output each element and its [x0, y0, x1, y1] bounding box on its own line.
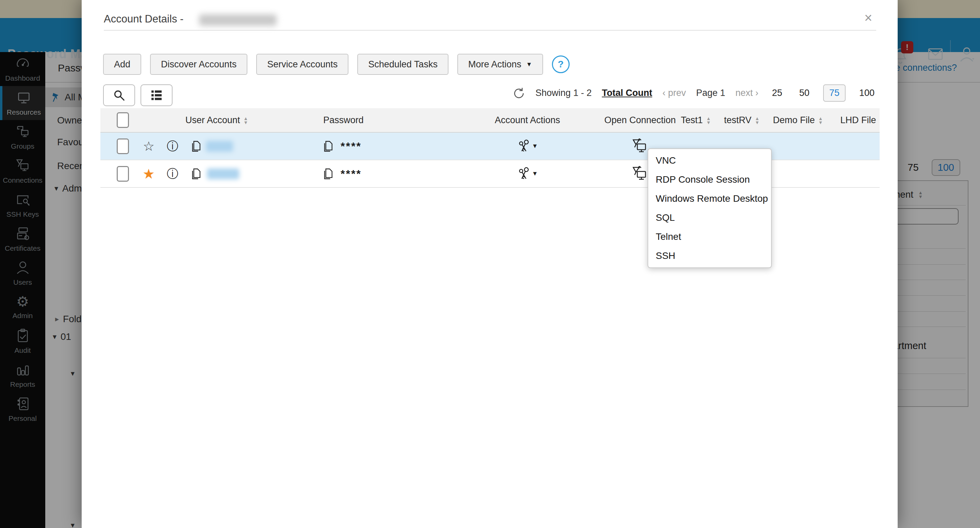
column-testrv[interactable]: testRV ▲▼ [724, 115, 759, 126]
modal-title: Account Details - [104, 13, 183, 25]
sort-icon: ▲▼ [755, 116, 759, 124]
sort-icon: ▲▼ [706, 116, 711, 124]
copy-password-icon[interactable] [321, 140, 334, 153]
open-connection-icon[interactable] [632, 166, 648, 182]
menu-item-telnet[interactable]: Telnet [648, 227, 771, 246]
menu-item-rdp-console[interactable]: RDP Console Session [648, 170, 771, 189]
discover-accounts-button[interactable]: Discover Accounts [150, 54, 247, 75]
info-icon[interactable]: ⓘ [167, 138, 178, 154]
prev-button[interactable]: ‹ prev [662, 88, 686, 98]
favorite-star-icon[interactable]: ★ [143, 166, 155, 182]
service-accounts-button[interactable]: Service Accounts [256, 54, 348, 75]
sort-icon: ▲▼ [243, 116, 248, 124]
account-actions-menu[interactable]: ▼ [517, 166, 538, 181]
more-actions-button[interactable]: More Actions ▼ [457, 54, 543, 75]
password-mask: **** [340, 167, 362, 180]
search-icon [112, 89, 126, 102]
column-password: Password [323, 115, 364, 126]
menu-item-ssh[interactable]: SSH [648, 246, 771, 266]
add-button[interactable]: Add [103, 54, 141, 75]
search-button[interactable] [103, 84, 135, 106]
column-lhd-file: LHD File [840, 115, 876, 126]
page-size-75-selected[interactable]: 75 [823, 84, 846, 102]
menu-item-windows-remote-desktop[interactable]: Windows Remote Desktop [648, 189, 771, 208]
menu-item-sql[interactable]: SQL [648, 208, 771, 227]
scheduled-tasks-button[interactable]: Scheduled Tasks [357, 54, 449, 75]
showing-count: Showing 1 - 2 [536, 88, 592, 98]
menu-item-vnc[interactable]: VNC [648, 151, 771, 170]
total-count-link[interactable]: Total Count [602, 88, 652, 98]
column-account-actions: Account Actions [495, 115, 560, 126]
row-checkbox[interactable] [117, 138, 129, 154]
username-redacted [206, 141, 233, 152]
row-checkbox[interactable] [117, 166, 129, 182]
column-user-account[interactable]: User Account ▲▼ [185, 115, 248, 126]
next-button[interactable]: next › [735, 88, 759, 98]
column-test1[interactable]: Test1 ▲▼ [681, 115, 711, 126]
screen: { "colors": { "accent_blue": "#1d96d3", … [0, 0, 980, 528]
connection-type-dropdown: VNC RDP Console Session Windows Remote D… [648, 148, 772, 268]
info-icon[interactable]: ⓘ [167, 166, 178, 182]
username-redacted [207, 169, 239, 179]
keys-icon [517, 139, 531, 154]
page-size-100[interactable]: 100 [856, 85, 878, 101]
refresh-icon[interactable] [512, 87, 525, 100]
copy-username-icon[interactable] [189, 140, 202, 153]
page-size-50[interactable]: 50 [796, 85, 813, 101]
favorite-star-icon[interactable]: ☆ [143, 139, 154, 154]
table-header-row: User Account ▲▼ Password Account Actions… [100, 108, 880, 133]
copy-username-icon[interactable] [189, 167, 202, 181]
sort-icon: ▲▼ [818, 116, 823, 124]
open-connection-icon[interactable] [632, 138, 648, 154]
page-indicator: Page 1 [696, 88, 725, 98]
chevron-down-icon: ▼ [532, 170, 538, 177]
help-icon[interactable]: ? [552, 56, 570, 73]
account-actions-menu[interactable]: ▼ [517, 139, 538, 154]
page-size-25[interactable]: 25 [769, 85, 786, 101]
column-open-connection: Open Connection [605, 115, 676, 126]
account-details-modal: Account Details - × Add Discover Account… [82, 0, 898, 528]
password-mask: **** [340, 140, 362, 153]
list-icon [150, 89, 163, 102]
pagination-bar: Showing 1 - 2 Total Count ‹ prev Page 1 … [555, 84, 878, 102]
chevron-down-icon: ▼ [526, 61, 532, 68]
chevron-down-icon: ▼ [532, 143, 538, 150]
copy-password-icon[interactable] [321, 167, 334, 181]
column-demo-file[interactable]: Demo File ▲▼ [773, 115, 823, 126]
close-icon[interactable]: × [864, 11, 872, 24]
select-all-checkbox[interactable] [117, 112, 129, 128]
modal-toolbar: Add Discover Accounts Service Accounts S… [103, 54, 570, 75]
resource-name-redacted [199, 14, 277, 26]
column-chooser-button[interactable] [140, 84, 172, 106]
keys-icon [517, 166, 531, 181]
title-divider [104, 30, 876, 30]
